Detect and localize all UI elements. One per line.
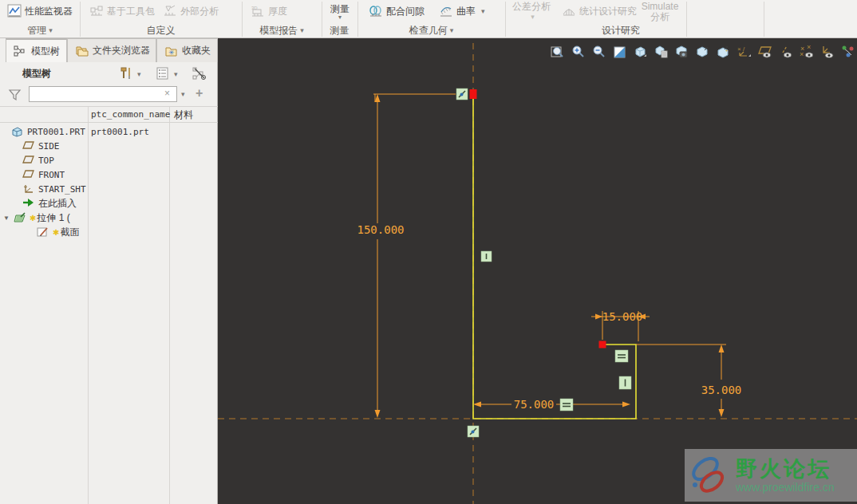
dimension-35[interactable]: 35.000	[636, 345, 741, 417]
model-tree-title: 模型树	[22, 67, 51, 81]
filter-funnel-icon[interactable]	[8, 88, 22, 104]
curvature-label: 曲率	[456, 5, 476, 18]
external-analysis-button[interactable]: 外部分析	[160, 2, 222, 21]
svg-text:×: ×	[737, 45, 741, 53]
sketch-drawing: 150.000 15.000 75.000 35.000	[218, 38, 857, 504]
saved-view-list-icon[interactable]	[675, 45, 689, 59]
curvature-icon	[439, 4, 453, 18]
constraint-vertical-step[interactable]	[619, 376, 631, 389]
tab-folder-browser[interactable]: 文件夹浏览器	[67, 38, 156, 62]
sketch-polyline[interactable]	[473, 94, 636, 419]
zoom-refit-icon[interactable]	[551, 45, 564, 59]
tree-item-extrude[interactable]: ▼ ✱ 拉伸 1 (	[3, 211, 88, 225]
navigator-panel: 模型树 文件夹浏览器 ✳ 收藏夹 模型树 ▾ ▾	[0, 38, 218, 504]
tab-model-tree[interactable]: 模型树	[6, 38, 67, 62]
tab-favorites[interactable]: ✳ 收藏夹	[156, 38, 218, 62]
tree-item-side[interactable]: SIDE	[22, 139, 88, 153]
constraint-point-on-entity-bottom[interactable]	[468, 426, 479, 437]
spin-center-icon[interactable]	[841, 45, 855, 59]
tree-filters-dropdown-icon[interactable]: ▾	[174, 70, 178, 78]
constraint-point-on-entity-top[interactable]	[456, 89, 468, 100]
toolkit-icon	[89, 4, 104, 18]
axis-display-icon[interactable]	[779, 45, 792, 59]
group-label-design-study: 设计研究	[505, 23, 737, 37]
constraint-equal-bottom[interactable]	[560, 399, 573, 411]
fit-clearance-icon	[369, 4, 383, 18]
tree-item-label: PRT0001.PRT	[27, 127, 85, 137]
toolkit-based-button[interactable]: 基于工具包	[86, 2, 158, 21]
zoom-out-icon[interactable]	[592, 45, 606, 59]
datum-display-filters-icon[interactable]: ×/	[737, 45, 751, 59]
curvature-button[interactable]: 曲率	[436, 2, 488, 21]
constraint-vertical-line[interactable]	[481, 251, 492, 262]
group-label-model-report[interactable]: 模型报告	[242, 23, 322, 37]
tree-filter-row: × ▾ +	[0, 85, 218, 106]
dimension-75[interactable]: 75.000	[473, 398, 630, 411]
group-label-manage[interactable]: 管理	[0, 23, 80, 37]
tab-favorites-label: 收藏夹	[182, 44, 211, 57]
column-header-common-name[interactable]: ptc_common_name	[91, 109, 170, 120]
dimension-value: 15.000	[602, 310, 643, 323]
plane-display-icon[interactable]	[758, 45, 772, 59]
view-normal-icon[interactable]	[696, 45, 709, 59]
tab-folder-browser-label: 文件夹浏览器	[93, 44, 150, 57]
tree-search-input[interactable]	[29, 86, 177, 102]
tree-item-csys[interactable]: START_SHT	[22, 182, 88, 196]
statistical-design-study-button[interactable]: 统计设计研究	[559, 2, 640, 21]
fit-clearance-label: 配合间隙	[386, 5, 425, 18]
add-filter-icon[interactable]: +	[195, 86, 203, 100]
csys-display-icon[interactable]	[820, 45, 834, 59]
vertex-top-selected[interactable]	[470, 89, 477, 99]
sketch-section-icon	[37, 226, 49, 238]
tree-item-insert-here[interactable]: 在此插入	[22, 196, 88, 211]
group-label-customize: 自定义	[80, 23, 242, 37]
svg-text:×: ×	[800, 50, 804, 58]
group-label-check-geometry[interactable]: 检查几何	[357, 23, 505, 37]
display-style-icon[interactable]	[654, 45, 668, 59]
tolerance-analysis-label: 公差分析	[512, 2, 551, 12]
view-manager-icon[interactable]: +	[717, 45, 730, 59]
performance-monitor-label: 性能监视器	[25, 5, 73, 18]
vertex-step-selected[interactable]	[599, 341, 606, 348]
performance-monitor-button[interactable]: 性能监视器	[4, 2, 76, 21]
thickness-button[interactable]: 3D 厚度	[247, 2, 290, 21]
dimension-150[interactable]: 150.000	[357, 94, 456, 418]
toolkit-based-label: 基于工具包	[107, 5, 155, 18]
constraint-equal-top[interactable]	[615, 350, 628, 362]
svg-text:/: /	[743, 45, 745, 53]
tree-item-label: TOP	[38, 156, 54, 166]
expand-collapse-icon[interactable]: ▼	[3, 215, 10, 222]
histogram-icon	[562, 4, 576, 18]
column-divider[interactable]	[169, 107, 170, 504]
tree-item-part[interactable]: PRT0001.PRT	[11, 124, 88, 139]
search-dropdown-icon[interactable]: ▾	[181, 90, 185, 98]
tree-tools-dropdown-icon[interactable]: ▾	[137, 70, 141, 78]
fit-clearance-button[interactable]: 配合间隙	[365, 2, 428, 21]
measure-button[interactable]: 测量 ▾	[323, 1, 357, 22]
graphics-area[interactable]: + ×/ ××× 150.000 15.000	[218, 38, 857, 504]
point-display-icon[interactable]: ×××	[800, 45, 813, 59]
tree-filters-icon[interactable]	[155, 66, 171, 81]
shading-display-icon[interactable]	[634, 45, 647, 59]
svg-text:✳: ✳	[168, 49, 175, 57]
tree-item-section[interactable]: ✱ 截面	[37, 225, 88, 239]
dimension-15[interactable]: 15.000	[591, 310, 650, 341]
simulate-analysis-label-line2: 分析	[650, 12, 669, 22]
tree-item-top[interactable]: TOP	[22, 153, 88, 167]
tree-item-label: 截面	[60, 226, 79, 239]
simulate-analysis-button[interactable]: Simulate 分析	[635, 1, 685, 22]
repaint-icon[interactable]	[613, 45, 626, 59]
zoom-in-icon[interactable]	[571, 45, 585, 59]
column-divider[interactable]	[88, 107, 89, 504]
datum-plane-icon	[22, 169, 35, 180]
folder-browser-icon	[75, 45, 89, 57]
datum-plane-icon	[22, 155, 35, 166]
tree-display-toggle-icon[interactable]	[192, 66, 207, 81]
model-tree-icon	[14, 45, 27, 57]
column-header-material[interactable]: 材料	[174, 108, 193, 122]
in-graphics-toolbar: + ×/ ×××	[551, 45, 855, 62]
clear-search-icon[interactable]: ×	[164, 89, 170, 98]
tolerance-analysis-button[interactable]: 公差分析	[509, 1, 554, 22]
tree-tools-icon[interactable]	[118, 66, 134, 81]
tree-item-front[interactable]: FRONT	[22, 167, 88, 182]
